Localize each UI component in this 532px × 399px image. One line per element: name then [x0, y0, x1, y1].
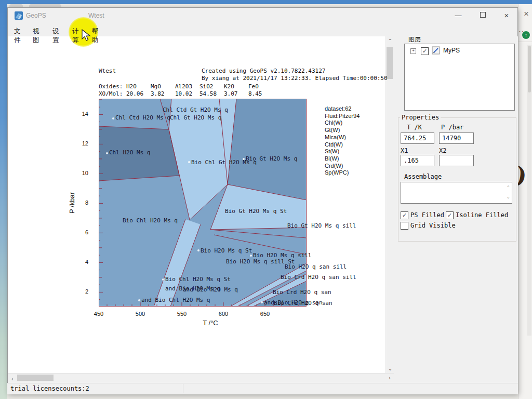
scroll-left-icon[interactable]: ‹ — [8, 376, 17, 382]
x-tick-label: 500 — [130, 311, 151, 317]
phase-field-label: and Bio Chl H2O Ms q — [141, 297, 210, 303]
checkbox-2[interactable] — [401, 222, 408, 230]
phase-diagram[interactable] — [99, 99, 307, 307]
checkbox-label-1[interactable]: Isoline Filled — [456, 211, 508, 219]
background-scrollbar-thumb[interactable] — [528, 46, 531, 92]
field-input-1[interactable]: 14790 — [439, 132, 474, 144]
background-update-badge-icon[interactable]: ↑ — [522, 31, 530, 39]
field-label-0: T /K — [407, 124, 422, 131]
scroll-up-icon[interactable]: ⌃ — [386, 38, 394, 44]
checkbox-label-0[interactable]: PS Filled — [410, 211, 444, 219]
phase-field-label: Bio Chl H2O Ms q St — [165, 276, 231, 283]
y-tick-label: 12 — [73, 140, 88, 147]
y-tick-label: 14 — [73, 111, 88, 117]
menu-item-2[interactable]: 设置 — [51, 26, 61, 46]
spin-up-icon[interactable]: ⌃ — [506, 185, 510, 190]
desktop-top-edge — [0, 0, 532, 4]
app-title: GeoPS — [26, 12, 46, 19]
x-tick-label: 650 — [255, 311, 275, 317]
assemblage-box[interactable]: ⌃ ⌄ — [401, 182, 512, 204]
scroll-right-icon[interactable]: › — [385, 375, 394, 381]
y-tick-label: 2 — [73, 288, 88, 295]
layers-panel-title: 图层 — [408, 35, 421, 44]
horizontal-scrollbar[interactable]: ‹ › — [8, 373, 394, 383]
phase-field-label: Chl H2O Ms q — [109, 149, 150, 156]
tree-expand-icon[interactable]: + — [410, 48, 416, 54]
y-tick-label: 6 — [73, 229, 88, 235]
phase-field-label: and Bio H2O Ms q — [183, 286, 238, 293]
close-button[interactable]: × — [499, 10, 514, 21]
x-tick-label: 600 — [213, 311, 234, 317]
phase-field-label: Bio Gt H2O Ms q — [246, 155, 297, 162]
menu-item-0[interactable]: 文件 — [12, 26, 22, 46]
menu-item-3[interactable]: 计算 — [71, 26, 81, 46]
x-axis-title: T /°C — [195, 319, 226, 327]
phase-field-label: Bio Chl H2O Ms q — [123, 217, 178, 224]
horizontal-scrollbar-thumb[interactable] — [17, 375, 54, 381]
mouse-cursor-icon — [82, 29, 92, 42]
oxides-row: Oxides:H2OMgOAl2O3SiO2K2OFeO — [99, 83, 273, 90]
y-axis-title: P /kbar — [68, 185, 76, 221]
status-bar-divider — [183, 384, 183, 393]
plot-legend: dataset:62 Fluid:Pitzer94 Chl(W) Gt(W) M… — [325, 105, 360, 177]
field-input-3[interactable] — [439, 155, 474, 166]
field-label-1: P /bar — [441, 124, 463, 131]
checkbox-0[interactable]: ✓ — [401, 211, 408, 219]
checkbox-1[interactable]: ✓ — [446, 211, 454, 219]
menu-item-1[interactable]: 视图 — [31, 26, 41, 46]
vertical-scrollbar-thumb[interactable] — [387, 47, 393, 79]
document-title: Wtest — [88, 12, 104, 19]
y-tick-label: 4 — [73, 259, 88, 265]
maximize-button[interactable] — [475, 10, 490, 21]
x-tick-label: 450 — [88, 311, 109, 317]
screen: × ··· ↑ ) GeoPS Wtest — × 文件视图设置计算帮助 Wte… — [0, 0, 532, 399]
created-line: Created using GeoPS v2.10.7822.43127 — [202, 68, 325, 74]
phase-field-label: Bio Gt H2O Ms q sill — [287, 222, 356, 229]
plot-title: Wtest — [99, 68, 116, 74]
phase-field-label: Bio H2O q san sill — [285, 263, 347, 270]
phase-field-label: Chl Ctd H2O Ms q — [115, 114, 170, 121]
geops-app-icon — [15, 11, 23, 20]
phase-field-label: Bio Crd H2O q san — [274, 300, 332, 307]
properties-title: Properties — [400, 114, 441, 121]
status-bar: trial license counts:2 — [7, 383, 518, 394]
field-label-2: X1 — [401, 147, 408, 154]
assemblage-label: Assemblage — [404, 173, 442, 180]
phase-field-label: Bio Crd H2O q san — [273, 289, 331, 296]
counts-status: counts:2 — [59, 385, 89, 392]
phase-field-label: Chl Ctd Gt H2O Ms q — [163, 107, 228, 113]
checkbox-label-2[interactable]: Grid Visible — [410, 222, 456, 229]
vertical-scrollbar[interactable]: ⌃ ⌄ — [385, 36, 394, 373]
layer-item-label[interactable]: MyPS — [443, 47, 460, 54]
divider — [518, 42, 532, 42]
background-close-icon[interactable]: × — [521, 8, 532, 20]
byline: By xiang at 2021/11/17 13:22:33. Elapsed… — [202, 75, 388, 82]
license-status: trial license — [10, 385, 59, 392]
layer-visibility-checkbox[interactable]: ✓ — [421, 47, 429, 55]
phase-field-label: Bio H2O Ms q St — [201, 247, 252, 254]
field-input-2[interactable]: .165 — [401, 155, 434, 166]
field-input-0[interactable]: 764.25 — [401, 132, 434, 144]
scroll-down-icon[interactable]: ⌄ — [386, 366, 394, 371]
y-tick-label: 10 — [73, 170, 88, 176]
maximize-icon — [480, 12, 486, 18]
phase-field-label: Bio Gt H2O Ms q St — [225, 208, 287, 215]
field-label-3: X2 — [439, 147, 446, 154]
xomol-row: XO/Mol:20.063.8210.0254.583.078.45 — [99, 90, 273, 97]
spin-down-icon[interactable]: ⌄ — [506, 195, 510, 200]
minimize-button[interactable]: — — [450, 10, 466, 21]
x-tick-label: 550 — [171, 311, 192, 317]
desktop-left-edge — [0, 0, 7, 399]
layer-edit-icon[interactable] — [432, 46, 440, 55]
phase-field-label: Bio Crd H2O q san sill — [281, 274, 356, 281]
phase-field-label: Chl Gt H2O Ms q — [170, 114, 221, 121]
